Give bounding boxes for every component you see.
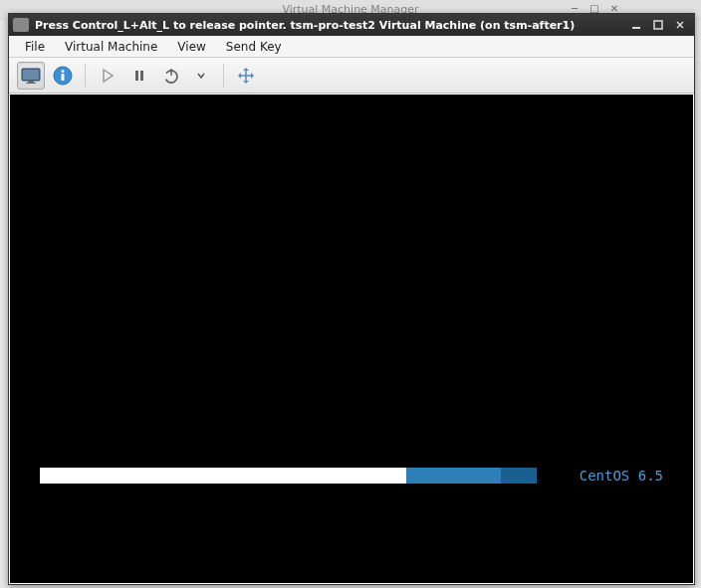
boot-progress-area: CentOS 6.5 [40,468,663,484]
svg-rect-0 [632,27,640,29]
svg-rect-4 [28,81,34,83]
maximize-button[interactable] [648,17,668,33]
fullscreen-button[interactable] [232,62,260,90]
minimize-button[interactable] [626,17,646,33]
shutdown-button[interactable] [157,62,185,90]
console-icon [21,68,41,84]
menubar: File Virtual Machine View Send Key [9,36,694,58]
os-label: CentOS 6.5 [580,468,663,484]
window-controls [626,17,690,33]
app-icon [13,18,29,32]
svg-rect-12 [170,69,172,76]
close-button[interactable] [670,17,690,33]
menu-virtual-machine[interactable]: Virtual Machine [55,38,167,56]
pause-icon [131,68,147,84]
svg-rect-10 [140,71,143,81]
shutdown-dropdown-button[interactable] [187,62,215,90]
close-icon [675,20,685,30]
vm-window: Press Control_L+Alt_L to release pointer… [8,13,695,585]
run-button[interactable] [94,62,121,90]
progress-segment-complete [40,468,406,484]
menu-view[interactable]: View [167,38,215,56]
menu-send-key[interactable]: Send Key [216,38,292,56]
boot-progress-bar [40,468,564,484]
menu-file[interactable]: File [15,38,55,56]
power-icon [162,67,180,85]
progress-segment-pending [501,468,538,484]
svg-rect-8 [62,74,65,81]
svg-rect-5 [26,83,36,84]
toolbar-separator-1 [85,64,86,88]
maximize-icon [653,20,663,30]
progress-segment-active [406,468,501,484]
svg-rect-9 [135,71,138,81]
toolbar-separator-2 [223,64,224,88]
svg-rect-3 [23,70,39,80]
console-view-button[interactable] [17,62,45,90]
fullscreen-icon [236,66,256,86]
chevron-down-icon [196,71,206,81]
pause-button[interactable] [125,62,153,90]
minimize-icon [631,20,641,30]
svg-rect-1 [654,21,662,29]
info-icon [53,66,73,86]
toolbar [9,58,694,94]
svg-point-7 [62,70,65,73]
titlebar[interactable]: Press Control_L+Alt_L to release pointer… [9,14,694,36]
window-title: Press Control_L+Alt_L to release pointer… [35,19,626,32]
vm-console-display[interactable]: CentOS 6.5 [10,95,693,583]
play-icon [100,68,116,84]
info-view-button[interactable] [49,62,77,90]
